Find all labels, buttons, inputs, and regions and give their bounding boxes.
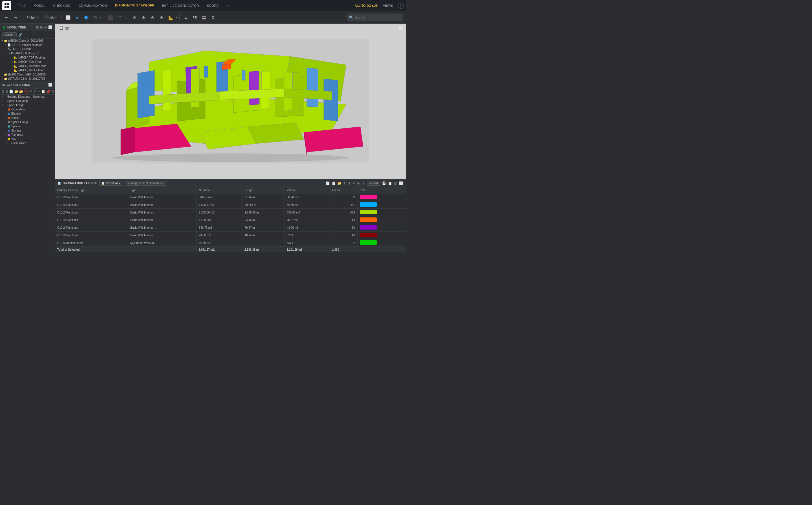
- classif-edit-icon[interactable]: ✏: [37, 90, 40, 94]
- close-takeoff-icon[interactable]: ✕: [352, 181, 355, 185]
- undo-button[interactable]: ↩: [3, 13, 11, 21]
- classif-collapse-icon[interactable]: ⊟: [5, 90, 8, 94]
- box-select-icon[interactable]: ⬜: [64, 13, 72, 21]
- classif-item-storage[interactable]: ▷ Storage: [0, 129, 55, 133]
- classif-copy-icon[interactable]: 📋: [41, 90, 45, 94]
- table-row[interactable]: C1010 Partitions Basic Wall:Interior ...…: [55, 201, 406, 209]
- nav-bcf[interactable]: BCF LIVE CONNECTOR: [158, 0, 203, 11]
- export-icon[interactable]: ⬆: [343, 181, 346, 185]
- table-row[interactable]: C1010 Partitions Basic Wall:Interior ...…: [55, 193, 406, 201]
- tree-options-icon[interactable]: ⋯: [44, 25, 47, 29]
- table-row[interactable]: C1010 Partitions Basic Wall:Interior ...…: [55, 231, 406, 239]
- classif-maximize-icon[interactable]: ⬜: [48, 83, 52, 87]
- layers-icon[interactable]: ⬓: [200, 13, 208, 21]
- classif-item-building-elements[interactable]: ▷ Building Elements – Uniformat: [0, 95, 55, 99]
- zoom-in-icon[interactable]: ⊕: [139, 13, 147, 21]
- classif-trash-icon[interactable]: 🗑: [51, 90, 55, 94]
- tree-item-struc[interactable]: ▷ 📁 (STRUC) Clinic_S_20110715: [0, 76, 55, 81]
- tree-item-arch-building[interactable]: ▾ 🏗 (ARCH) Building.b.1: [0, 51, 55, 55]
- tree-item-arch-default[interactable]: ▾ 🔧 (ARCH) Default: [0, 47, 55, 51]
- svg-marker-15: [324, 79, 338, 121]
- save-icon[interactable]: 💾: [382, 181, 386, 185]
- table-row[interactable]: C1010 Partitions Basic Wall:Interior ...…: [55, 209, 406, 216]
- info-button[interactable]: i Info ▾: [42, 13, 59, 21]
- tree-item-arch-first[interactable]: ▷ 📐 (ARCH) First Floor: [0, 60, 55, 64]
- report-button[interactable]: Report: [367, 181, 380, 186]
- classif-item-technical[interactable]: ▷ Technical: [0, 133, 55, 137]
- copy-icon[interactable]: 📋: [388, 181, 392, 185]
- nav-add[interactable]: +: [223, 0, 233, 11]
- classif-item-office[interactable]: ▷ Office: [0, 116, 55, 120]
- classif-item-elevator[interactable]: ▷ Elevator: [0, 112, 55, 116]
- classif-delete-icon[interactable]: 🚫: [24, 90, 28, 94]
- classif-item-circulation[interactable]: ▷ Circulation: [0, 107, 55, 112]
- zoom-out-icon[interactable]: ⊖: [148, 13, 156, 21]
- tree-maximize-icon[interactable]: ⬜: [48, 25, 52, 29]
- nav-score[interactable]: SCORE: [203, 0, 223, 11]
- nav-information-takeoff[interactable]: INFORMATION TAKEOFF: [111, 0, 158, 11]
- classif-item-space-group[interactable]: ▷ Space Group: [0, 120, 55, 124]
- nav-file[interactable]: FILE: [15, 0, 30, 11]
- classif-settings-icon[interactable]: ⚙: [33, 90, 37, 94]
- spin-label: Spin: [30, 16, 36, 19]
- views-button[interactable]: VIEWS: [383, 4, 393, 7]
- viewport-maximize-button[interactable]: ⬜: [399, 26, 404, 30]
- zoom-fit-icon[interactable]: ⊗: [157, 13, 165, 21]
- classif-item-space-usage[interactable]: ▾ Space Usage: [0, 103, 55, 107]
- spin-button[interactable]: ↻ Spin ▾: [24, 13, 41, 21]
- element-icon[interactable]: ◈: [73, 13, 81, 21]
- copy-takeoff-icon[interactable]: 📋: [332, 181, 336, 185]
- tree-item-mep[interactable]: ▷ 📁 (MEP) Clinic_MEP_20110906: [0, 72, 55, 76]
- map-icon[interactable]: 🗺: [191, 13, 199, 21]
- classif-item-wc[interactable]: ▷ WC: [0, 137, 55, 141]
- classif-import-icon[interactable]: 📂: [19, 90, 23, 94]
- measure-arrow[interactable]: ▾: [176, 16, 177, 19]
- classif-item-unclassified[interactable]: ? Unclassified: [0, 141, 55, 145]
- classif-expand-icon[interactable]: ⊞: [2, 90, 4, 94]
- measure-icon[interactable]: 📐: [166, 13, 175, 21]
- viewport-3d[interactable]: 🔲 3D ⬜: [55, 24, 406, 179]
- expand-all-icon[interactable]: ⊞: [36, 25, 39, 29]
- tree-item-arch-tof[interactable]: ▷ 📐 (ARCH) TOF Footing: [0, 55, 55, 60]
- classif-item-special[interactable]: ▷ Special: [0, 124, 55, 129]
- tree-item-arch-projnum[interactable]: ▷ 📄 (ARCH) Project Number: [0, 43, 55, 47]
- redo-button[interactable]: ↪: [12, 13, 20, 21]
- folder-takeoff-icon[interactable]: 📂: [338, 181, 342, 185]
- selection-icon[interactable]: ⬡: [91, 13, 99, 21]
- classif-eye-icon[interactable]: 👁: [29, 90, 33, 94]
- nav-model[interactable]: MODEL: [30, 0, 49, 11]
- nav-checking[interactable]: CHECKING: [49, 0, 75, 11]
- view-cube-icon[interactable]: ⬛: [106, 13, 114, 21]
- classif-paste-icon[interactable]: 📌: [46, 90, 50, 94]
- all-todo-button[interactable]: ALL TO-DO (1/6): [354, 4, 378, 7]
- collapse-all-icon[interactable]: ⊟: [40, 25, 42, 29]
- tree-item-arch-second[interactable]: ▷ 📐 (ARCH) Second Floor: [0, 64, 55, 68]
- version-button[interactable]: Version: [2, 32, 17, 37]
- view-arrow[interactable]: ▾: [124, 16, 126, 19]
- new-takeoff-icon[interactable]: 📄: [326, 181, 330, 185]
- cube-icon[interactable]: 🔷: [82, 13, 90, 21]
- view-iso-icon[interactable]: ⬚: [115, 13, 123, 21]
- classif-new-icon[interactable]: 📄: [9, 90, 13, 94]
- takeoff-settings-icon[interactable]: ⚙: [357, 181, 360, 185]
- export2-icon[interactable]: ⬇: [348, 181, 351, 185]
- quantities-dropdown[interactable]: Building Element Quantities ▾: [125, 181, 165, 186]
- settings-icon[interactable]: ⚙: [209, 13, 217, 21]
- table-row[interactable]: C1010 Partitions Basic Wall:Interior ...…: [55, 216, 406, 224]
- zoom-extent-icon[interactable]: ⊙: [130, 13, 138, 21]
- takeoff-all-dropdown[interactable]: 📋 Takeoff All ▾: [99, 181, 122, 186]
- classif-item-space-grouping[interactable]: ▷ Space Grouping: [0, 99, 55, 103]
- maximize-panel-icon[interactable]: ⬜: [399, 181, 403, 185]
- table-row[interactable]: C1020 Interior Doors M_Curtain Wall Db..…: [55, 239, 406, 247]
- tree-item-arch-clinic[interactable]: ▾ 📁 (ARCH) Clinic_A_20110906: [0, 39, 55, 43]
- takeoff-options-icon[interactable]: ⋮: [362, 181, 365, 185]
- selection-arrow[interactable]: ▾: [100, 16, 102, 19]
- tree-item-arch-roof[interactable]: ▷ 📐 (ARCH) Roof – Main: [0, 68, 55, 72]
- classif-subfolder-icon[interactable]: 📁: [14, 90, 18, 94]
- search-input[interactable]: [355, 16, 400, 19]
- delete-icon[interactable]: 🗑: [394, 181, 397, 185]
- section-icon[interactable]: ⬙: [182, 13, 190, 21]
- nav-communication[interactable]: COMMUNICATION: [75, 0, 111, 11]
- help-button[interactable]: ?: [397, 3, 404, 9]
- table-row[interactable]: C1010 Partitions Basic Wall:Interior ...…: [55, 224, 406, 231]
